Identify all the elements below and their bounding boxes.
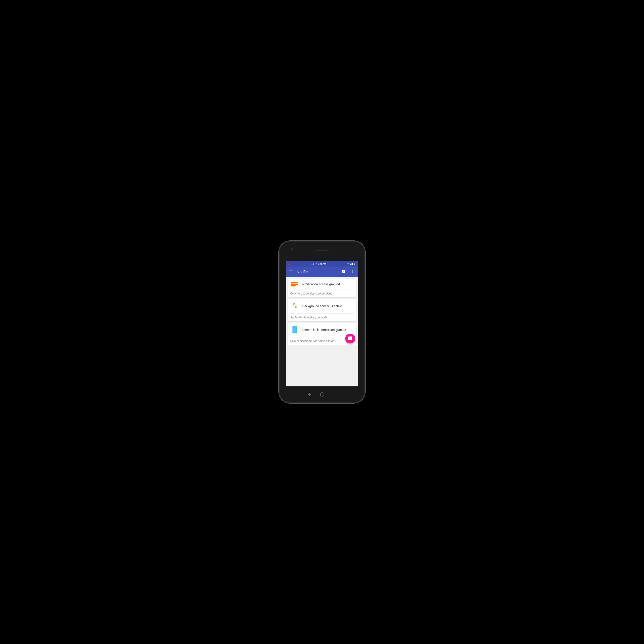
home-icon [320,392,324,397]
recents-button[interactable] [333,392,337,396]
phone-scene: 🐞 10.Fri 9:21 AM [275,235,369,409]
notification-lines-icon [290,282,299,286]
gear-icon [290,302,299,310]
status-right: ⚡ [347,263,356,265]
card-main-1: Notification access granted [288,279,356,290]
notification-access-subtitle: Click here to configure permissions [288,290,356,297]
gear-icon-area [290,302,299,310]
phone-top-bezel [280,241,364,261]
camera [291,248,293,250]
status-left: 🐞 [288,263,291,265]
notification-access-card[interactable]: Notification access granted Click here t… [288,279,356,297]
status-time: 10.Fri 9:21 AM [311,263,326,265]
menu-line-3 [289,273,293,273]
signal-icon [350,263,353,265]
info-button[interactable] [341,269,347,275]
wifi-icon [347,263,350,265]
phone-screen: 🐞 10.Fri 9:21 AM [286,261,358,386]
background-service-subtitle: Application is working correctly [288,314,356,321]
phone-shell: 🐞 10.Fri 9:21 AM [280,241,364,403]
back-button[interactable] [307,392,312,397]
menu-line-1 [289,271,293,271]
svg-rect-2 [293,326,297,332]
svg-point-3 [320,393,324,396]
fab-button[interactable] [345,334,355,343]
bug-icon: 🐞 [288,263,291,265]
background-service-card[interactable]: Background service is active Application… [288,299,356,321]
device-icon [292,326,297,334]
screen-lock-title: Screen lock permission granted [302,328,346,332]
background-service-title: Background service is active [302,304,342,308]
menu-line-2 [289,272,293,272]
chat-icon [348,336,353,341]
svg-rect-4 [333,393,336,396]
main-content: Notification access granted Click here t… [286,277,358,346]
notification-access-title: Notification access granted [302,282,340,286]
line-1 [291,282,298,283]
app-bar: Notific [286,267,358,277]
card-main-2: Background service is active [288,299,356,314]
card-main-3: Screen lock permission granted [288,323,356,337]
more-options-button[interactable] [349,269,355,275]
speaker [315,250,329,251]
home-button[interactable] [320,392,324,397]
lines-icon [291,282,298,286]
line-2 [291,284,298,285]
line-3 [291,285,296,286]
back-icon [307,392,312,397]
svg-rect-1 [294,333,296,333]
recents-icon [333,392,337,396]
phone-bottom-bezel [280,386,364,403]
hamburger-menu-icon[interactable] [289,271,293,273]
screen-lock-icon-area [290,326,299,334]
battery-icon: ⚡ [353,263,356,265]
app-title: Notific [297,270,338,274]
status-bar: 🐞 10.Fri 9:21 AM [286,261,358,267]
